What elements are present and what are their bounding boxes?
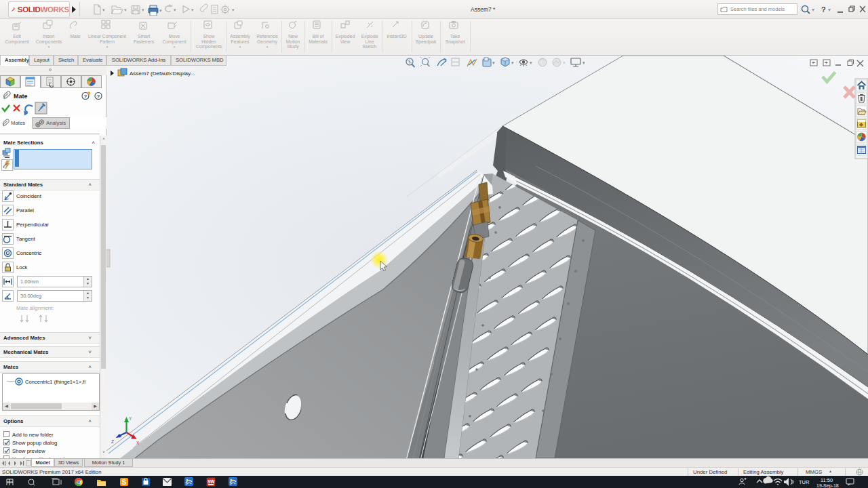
svg-text:▾: ▾	[511, 60, 514, 65]
svg-text:▾: ▾	[828, 7, 831, 13]
svg-text:SW: SW	[208, 479, 215, 484]
svg-text:?: ?	[84, 94, 87, 100]
svg-text:▾: ▾	[492, 60, 495, 65]
svg-text:▾: ▾	[191, 7, 194, 12]
svg-text:▾: ▾	[102, 7, 105, 12]
svg-text:▾: ▾	[232, 7, 235, 12]
svg-text:Z: Z	[111, 439, 114, 444]
svg-text:▾: ▾	[124, 7, 127, 12]
svg-text:X: X	[136, 441, 140, 445]
svg-text:11:50: 11:50	[821, 477, 833, 483]
svg-text:▾: ▾	[142, 7, 144, 12]
svg-text:?: ?	[821, 5, 826, 14]
svg-text:19-Sep-18: 19-Sep-18	[816, 483, 839, 488]
svg-text:?: ?	[97, 94, 100, 100]
svg-text:▾: ▾	[583, 60, 585, 65]
svg-text:▾: ▾	[159, 8, 162, 13]
svg-text:TUR: TUR	[799, 479, 810, 485]
svg-text:S: S	[122, 479, 127, 486]
svg-text:▾: ▾	[174, 7, 176, 12]
svg-text:Assem7 (Default<Display...: Assem7 (Default<Display...	[130, 70, 195, 77]
svg-text:▾: ▾	[563, 60, 566, 65]
svg-text:▾: ▾	[812, 7, 814, 13]
svg-text:▾: ▾	[530, 60, 532, 65]
svg-text:Y: Y	[129, 416, 132, 421]
